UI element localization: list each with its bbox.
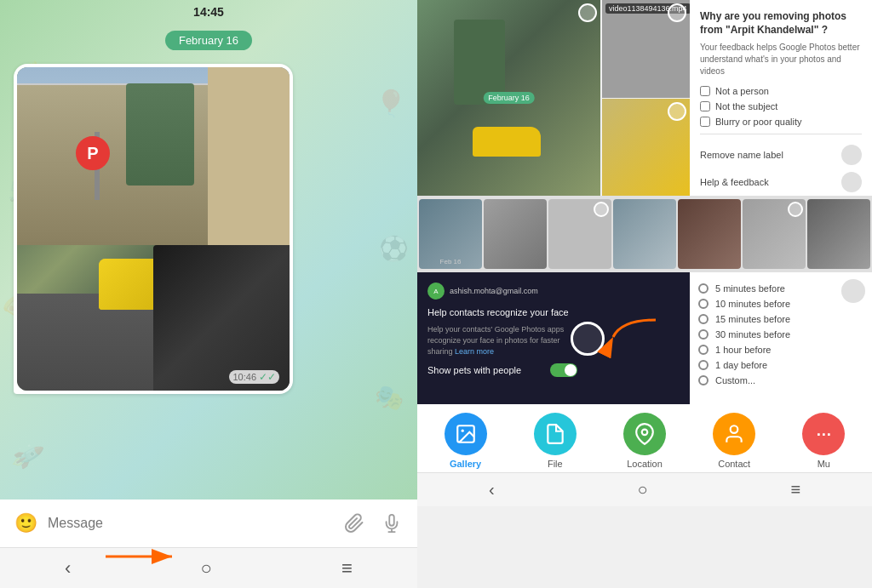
thumb-people-4[interactable] xyxy=(807,199,870,269)
nav-gallery[interactable]: Gallery xyxy=(436,413,496,469)
gallery-thumb-car[interactable] xyxy=(600,99,690,197)
reminder-custom[interactable]: Custom... xyxy=(698,373,863,388)
thumb-circle-5[interactable] xyxy=(788,202,803,217)
gallery-select-circle[interactable] xyxy=(578,3,597,22)
gallery-date-badge: February 16 xyxy=(483,92,535,104)
thumb-people-2[interactable] xyxy=(613,199,676,269)
reminder-label-custom: Custom... xyxy=(715,375,755,385)
feedback-option-1: Not a person xyxy=(700,86,862,96)
action-circle-1 xyxy=(841,145,862,165)
more-icon-circle: ⋯ xyxy=(802,413,845,455)
radio-custom[interactable] xyxy=(698,375,708,385)
location-icon-circle xyxy=(623,413,666,455)
contact-icon-circle xyxy=(713,413,755,455)
arrow-annotation xyxy=(102,544,179,573)
feedback-action-1[interactable]: Remove name label xyxy=(700,141,862,168)
feedback-option-2: Not the subject xyxy=(700,101,862,111)
svg-point-6 xyxy=(731,425,738,433)
reminder-label-30min: 30 minutes before xyxy=(715,329,790,340)
gallery-car xyxy=(473,127,541,157)
face-left-content: A ashish.mohta@gmail.com Help contacts r… xyxy=(417,272,588,404)
orange-arrow-right-svg xyxy=(596,311,664,363)
gallery-large-thumb[interactable]: February 16 xyxy=(417,0,600,196)
gallery-nav-label: Gallery xyxy=(450,459,481,469)
reminder-1day[interactable]: 1 day before xyxy=(698,357,863,373)
face-pets-toggle[interactable] xyxy=(550,363,577,377)
gallery-main-view: February 16 video1138494136.mp4 xyxy=(417,0,690,196)
toggle-knob xyxy=(565,364,577,376)
radio-5min[interactable] xyxy=(698,283,708,294)
telegram-chat-panel: 🎂 🛒 🍕 🚀 🎈 ⚽ 🎭 14:45 February 16 P xyxy=(0,0,417,588)
recents-button-right[interactable]: ≡ xyxy=(770,477,821,503)
message-bubble: P 10:46 ✓✓ xyxy=(14,64,293,394)
face-reminder-row: A ashish.mohta@gmail.com Help contacts r… xyxy=(417,272,872,404)
home-button-left[interactable]: ○ xyxy=(184,551,229,586)
nav-contact[interactable]: Contact xyxy=(704,413,764,469)
reminder-label-10min: 10 minutes before xyxy=(715,299,790,309)
checkbox-not-subject[interactable] xyxy=(700,101,710,111)
option-label-2: Not the subject xyxy=(715,101,777,111)
gallery-thumb-video[interactable]: video1138494136.mp4 xyxy=(600,0,690,99)
video-select-circle[interactable] xyxy=(668,3,686,22)
radio-1day[interactable] xyxy=(698,360,708,370)
photo-interior xyxy=(153,245,290,391)
face-learn-more[interactable]: Learn more xyxy=(455,347,494,356)
date-separator: February 16 xyxy=(0,31,417,50)
status-bar: 14:45 xyxy=(0,0,417,24)
face-user-row: A ashish.mohta@gmail.com xyxy=(427,283,577,300)
feedback-option-3: Blurry or poor quality xyxy=(700,117,862,127)
thumb-3[interactable] xyxy=(548,199,611,269)
face-pets-row: Show pets with people xyxy=(427,363,577,377)
back-button-right[interactable]: ‹ xyxy=(468,477,515,503)
reminder-1hr[interactable]: 1 hour before xyxy=(698,342,863,357)
thumb-circle-3[interactable] xyxy=(594,202,609,217)
checkbox-not-person[interactable] xyxy=(700,86,710,96)
nav-location[interactable]: Location xyxy=(615,413,674,469)
attach-button[interactable] xyxy=(339,508,370,539)
reminder-panel: 5 minutes before 10 minutes before 15 mi… xyxy=(690,272,872,404)
checkbox-blurry[interactable] xyxy=(700,117,710,127)
thumb-2[interactable] xyxy=(484,199,547,269)
message-photo[interactable]: P 10:46 ✓✓ xyxy=(17,67,290,391)
check-marks: ✓✓ xyxy=(259,371,276,383)
mic-button[interactable] xyxy=(376,508,407,539)
thumb-5[interactable] xyxy=(743,199,806,269)
thumb-people-3[interactable] xyxy=(678,199,741,269)
message-area: P 10:46 ✓✓ xyxy=(0,57,417,500)
right-panel: February 16 video1138494136.mp4 Why ar xyxy=(417,0,872,588)
back-button-left[interactable]: ‹ xyxy=(48,551,88,586)
file-icon-circle xyxy=(534,413,577,455)
emoji-button[interactable]: 🙂 xyxy=(10,508,41,539)
radio-10min[interactable] xyxy=(698,299,708,309)
radio-15min[interactable] xyxy=(698,314,708,324)
gallery-right-thumbs: video1138494136.mp4 xyxy=(600,0,690,196)
nav-more[interactable]: ⋯ Mu xyxy=(794,413,853,469)
paperclip-icon xyxy=(344,513,364,534)
thumb-people-1[interactable]: Feb 16 xyxy=(419,199,482,269)
recents-button-left[interactable]: ≡ xyxy=(324,551,370,586)
home-button-right[interactable]: ○ xyxy=(617,477,668,503)
right-top-row: February 16 video1138494136.mp4 Why ar xyxy=(417,0,872,196)
car-select-circle[interactable] xyxy=(668,102,686,121)
location-nav-label: Location xyxy=(627,459,663,469)
file-nav-label: File xyxy=(548,459,563,469)
reminder-30min[interactable]: 30 minutes before xyxy=(698,327,863,342)
reminder-label-1hr: 1 hour before xyxy=(715,345,771,355)
radio-1hr[interactable] xyxy=(698,345,708,355)
action-circle-2 xyxy=(841,172,862,192)
thumb-date-1: Feb 16 xyxy=(440,258,462,265)
nav-file[interactable]: File xyxy=(525,413,585,469)
action-label-2: Help & feedback xyxy=(700,177,769,187)
message-input[interactable] xyxy=(48,508,332,539)
feedback-title: Why are you removing photos from "Arpit … xyxy=(700,10,862,37)
reminder-10min[interactable]: 10 minutes before xyxy=(698,296,863,311)
emoji-icon: 🙂 xyxy=(14,512,37,534)
radio-30min[interactable] xyxy=(698,329,708,340)
contact-icon xyxy=(723,423,745,445)
more-nav-label: Mu xyxy=(818,459,830,469)
reminder-5min[interactable]: 5 minutes before xyxy=(698,281,863,296)
feedback-action-2[interactable]: Help & feedback xyxy=(700,168,862,196)
orange-arrow-face xyxy=(596,311,664,366)
reminder-15min[interactable]: 15 minutes before xyxy=(698,311,863,327)
svg-point-4 xyxy=(461,430,463,432)
